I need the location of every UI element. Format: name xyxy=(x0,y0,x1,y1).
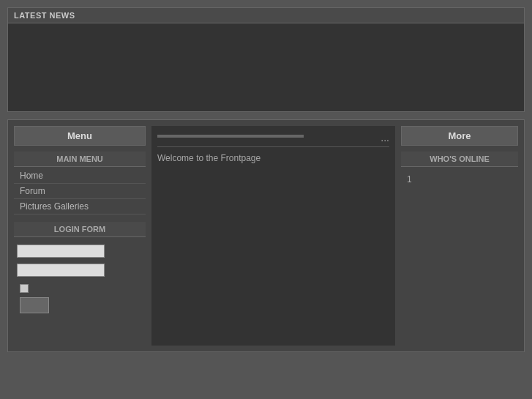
main-menu-label: MAIN MENU xyxy=(14,152,146,167)
page-wrapper: LATEST NEWS Menu MAIN MENU Home Forum Pi… xyxy=(0,0,532,399)
login-form-label: LOGIN FORM xyxy=(14,222,146,237)
main-area: Menu MAIN MENU Home Forum Pictures Galle… xyxy=(7,119,525,352)
remember-checkbox[interactable] xyxy=(20,284,29,293)
whos-online-count: 1 xyxy=(401,170,518,189)
remember-row xyxy=(17,283,143,294)
latest-news-content xyxy=(8,23,524,111)
center-content: ... Welcome to the Frontpage xyxy=(151,126,395,346)
nav-item-forum[interactable]: Forum xyxy=(14,184,146,199)
whos-online-label: WHO'S ONLINE xyxy=(401,152,518,167)
right-sidebar: More WHO'S ONLINE 1 xyxy=(401,126,518,346)
login-form xyxy=(14,239,146,321)
latest-news-header: LATEST NEWS xyxy=(8,8,524,23)
progress-bar xyxy=(157,135,304,138)
left-sidebar: Menu MAIN MENU Home Forum Pictures Galle… xyxy=(14,126,146,346)
nav-item-home[interactable]: Home xyxy=(14,168,146,184)
more-header: More xyxy=(401,126,518,146)
username-input[interactable] xyxy=(17,245,105,258)
center-dots-menu[interactable]: ... xyxy=(381,132,389,143)
welcome-text: Welcome to the Frontpage xyxy=(157,153,389,163)
menu-header: Menu xyxy=(14,126,146,146)
login-submit-button[interactable] xyxy=(20,297,49,313)
latest-news-section: LATEST NEWS xyxy=(7,7,525,112)
nav-item-pictures[interactable]: Pictures Galleries xyxy=(14,199,146,215)
password-input[interactable] xyxy=(17,264,105,277)
center-top-bar: ... xyxy=(157,132,389,147)
